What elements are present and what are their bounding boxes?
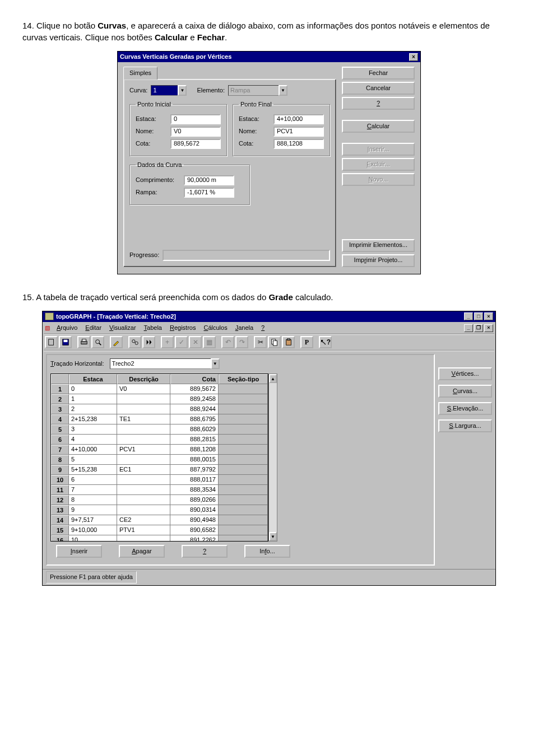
table-row[interactable]: 117888,3534 [51,485,268,495]
cell-secao[interactable] [219,384,268,394]
cell-cota[interactable]: 888,9244 [170,404,219,414]
table-row[interactable]: 64888,2815 [51,435,268,445]
tracado-combo[interactable]: Trecho2 ▼ [110,358,220,369]
menu-editar[interactable]: Editar [82,323,105,333]
chevron-down-icon[interactable]: ▼ [178,85,187,96]
cell-cota[interactable]: 888,2815 [170,435,219,445]
cell-secao[interactable] [219,435,268,445]
cell-secao[interactable] [219,495,268,505]
table-row[interactable]: 149+7,517CE2890,4948 [51,515,268,525]
cell-estaca[interactable]: 5+15,238 [69,465,117,475]
col-header-estaca[interactable]: Estaca [69,374,117,384]
tool-copy-icon[interactable] [268,336,281,348]
table-row[interactable]: 10V0889,5672 [51,384,268,394]
rampa-field[interactable]: -1,6071 % [184,188,234,198]
menu-janela[interactable]: Janela [232,323,257,333]
menu-help[interactable]: ? [258,323,268,333]
apagar-button[interactable]: Apagar [119,545,165,558]
cell-estaca[interactable]: 5 [69,455,117,465]
cell-estaca[interactable]: 8 [69,495,117,505]
curva-combo[interactable]: 1 ▼ [151,85,187,96]
chevron-down-icon[interactable]: ▼ [211,358,220,369]
fechar-button[interactable]: Fechar [342,67,415,80]
cell-cota[interactable]: 890,0314 [170,505,219,515]
child-close-button[interactable]: × [484,324,493,332]
cell-secao[interactable] [219,475,268,485]
cell-descricao[interactable] [117,455,170,465]
menu-visualizar[interactable]: Visualizar [106,323,140,333]
cell-secao[interactable] [219,505,268,515]
tool-preview-icon[interactable] [91,336,104,348]
menu-calculos[interactable]: Cálculos [200,323,230,333]
cell-secao[interactable] [219,414,268,424]
selevacao-button[interactable]: S.Elevação... [438,402,492,415]
comprimento-field[interactable]: 90,0000 m [184,175,234,185]
table-row[interactable]: 128889,0266 [51,495,268,505]
table-row[interactable]: 159+10,000PTV1890,6582 [51,525,268,535]
help-button[interactable]: ? [342,97,415,110]
cell-estaca[interactable]: 4+10,000 [69,445,117,455]
cell-descricao[interactable] [117,424,170,435]
cota-inicial-field[interactable]: 889,5672 [170,139,221,149]
nome-final-field[interactable]: PCV1 [273,127,324,137]
table-row[interactable]: 139890,0314 [51,505,268,515]
table-row[interactable]: 85888,0015 [51,455,268,465]
cell-cota[interactable]: 888,6795 [170,414,219,424]
tool-paste-icon[interactable] [282,336,295,348]
cell-secao[interactable] [219,455,268,465]
cell-descricao[interactable]: PTV1 [117,525,170,535]
maximize-button[interactable]: □ [474,312,483,320]
cell-descricao[interactable] [117,394,170,404]
col-header-index[interactable] [51,374,69,384]
minimize-button[interactable]: _ [464,312,473,320]
menu-registros[interactable]: Registros [166,323,199,333]
cell-secao[interactable] [219,515,268,525]
vertical-scrollbar[interactable]: ▲ ▼ [268,374,277,542]
cell-cota[interactable]: 888,0015 [170,455,219,465]
imprimir-elementos-button[interactable]: Imprimir Elementos... [342,239,415,252]
table-row[interactable]: 21889,2458 [51,394,268,404]
table-row[interactable]: 1610891,2262 [51,535,268,541]
menu-tabela[interactable]: Tabela [141,323,165,333]
cell-descricao[interactable] [117,435,170,445]
cell-estaca[interactable]: 1 [69,394,117,404]
inserir-button[interactable]: Inserir [56,545,102,558]
tool-print-icon[interactable] [77,336,90,348]
tab-simples[interactable]: Simples [123,67,157,79]
cancelar-button[interactable]: Cancelar [342,82,415,95]
cell-cota[interactable]: 889,0266 [170,495,219,505]
tool-whatsthis-icon[interactable]: ⭦? [319,336,332,348]
table-row[interactable]: 32888,9244 [51,404,268,414]
close-button[interactable]: × [409,53,418,61]
cell-estaca[interactable]: 9+10,000 [69,525,117,535]
cell-descricao[interactable] [117,505,170,515]
cell-cota[interactable]: 890,4948 [170,515,219,525]
cell-descricao[interactable] [117,404,170,414]
cell-cota[interactable]: 888,3534 [170,485,219,495]
nome-inicial-field[interactable]: V0 [170,127,221,137]
info-button[interactable]: Info... [244,545,290,558]
cell-estaca[interactable]: 6 [69,475,117,485]
tool-find-icon[interactable] [128,336,141,348]
estaca-inicial-field[interactable]: 0 [170,114,221,124]
curvas-button[interactable]: Curvas... [438,385,492,398]
cell-descricao[interactable]: PCV1 [117,445,170,455]
cell-descricao[interactable]: TE1 [117,414,170,424]
cell-descricao[interactable]: EC1 [117,465,170,475]
table-row[interactable]: 74+10,000PCV1888,1208 [51,445,268,455]
cell-secao[interactable] [219,485,268,495]
cell-secao[interactable] [219,394,268,404]
slargura-button[interactable]: S.Largura... [438,419,492,432]
tool-bold-icon[interactable]: P [300,336,313,348]
tool-cut-icon[interactable]: ✂ [254,336,267,348]
cell-estaca[interactable]: 2 [69,404,117,414]
cell-estaca[interactable]: 7 [69,485,117,495]
table-row[interactable]: 106888,0117 [51,475,268,485]
vertices-button[interactable]: Vértices... [438,367,492,380]
table-row[interactable]: 53888,6029 [51,424,268,435]
imprimir-projeto-button[interactable]: Imprimir Projeto... [342,254,415,267]
scroll-up-icon[interactable]: ▲ [269,374,277,383]
tool-save-icon[interactable] [59,336,72,348]
cell-secao[interactable] [219,404,268,414]
cell-descricao[interactable] [117,475,170,485]
